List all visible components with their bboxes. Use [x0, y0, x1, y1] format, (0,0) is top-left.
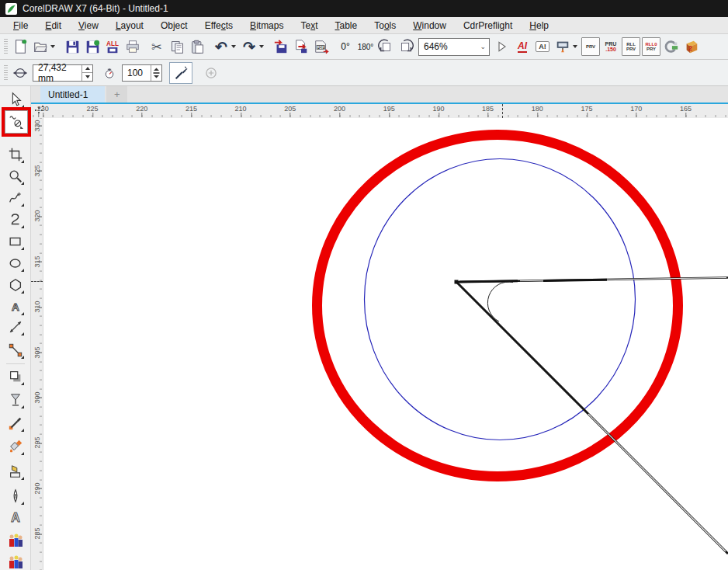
rate-combined-spinner[interactable]: [151, 65, 161, 81]
menu-effects[interactable]: Effects: [196, 18, 241, 33]
text-tool[interactable]: A: [5, 297, 26, 317]
presentation-dropdown-arrow[interactable]: [573, 45, 577, 48]
cut-button[interactable]: ✂: [147, 36, 166, 57]
freehand-tool[interactable]: [5, 188, 26, 208]
menu-cdrpreflight[interactable]: CdrPreflight: [455, 18, 521, 33]
save-as-button[interactable]: [83, 36, 102, 57]
macro-col-tool[interactable]: COL: [5, 565, 26, 570]
publish-comment-button[interactable]: A!: [533, 36, 552, 57]
undo-dropdown-arrow[interactable]: [231, 45, 236, 48]
bubble-label: A!: [539, 43, 546, 50]
transparency-tool[interactable]: [5, 390, 26, 410]
nib-size-spin-down[interactable]: [82, 72, 92, 81]
nib-size-icon: [11, 63, 29, 83]
new-document-button[interactable]: [11, 36, 29, 57]
menu-tools[interactable]: Tools: [366, 18, 404, 33]
open-button[interactable]: [31, 36, 50, 57]
toolbar-grip[interactable]: [4, 39, 8, 54]
vruler-number-300: 300: [33, 391, 41, 403]
new-tab-button[interactable]: +: [106, 86, 127, 103]
undo-icon: ↶: [215, 40, 227, 54]
gms-macro-button[interactable]: [662, 36, 681, 57]
menu-window[interactable]: Window: [404, 18, 455, 33]
publish-pdf-button[interactable]: PDF: [312, 36, 331, 57]
polygon-tool[interactable]: [5, 275, 26, 295]
rll-prv-macro-button[interactable]: RLL PRV: [622, 36, 640, 57]
open-dropdown-arrow[interactable]: [50, 45, 55, 48]
export-ai-button[interactable]: AI: [513, 36, 532, 57]
dimension-tool[interactable]: [5, 317, 26, 337]
rotation-angle-label: 0°: [341, 41, 349, 52]
redo-icon: ↷: [243, 40, 255, 54]
undo-button[interactable]: ↶: [212, 36, 231, 57]
export-button[interactable]: [292, 36, 310, 57]
copy-button[interactable]: [168, 36, 186, 57]
connector-tool[interactable]: [5, 340, 26, 360]
pen-pressure-button[interactable]: [169, 62, 192, 84]
property-bar: 27,432 mm 100: [0, 60, 728, 86]
ellipse-tool[interactable]: [5, 253, 26, 273]
rectangle-tool[interactable]: [5, 231, 26, 252]
redo-button[interactable]: ↷: [240, 36, 258, 57]
fill-tool[interactable]: A: [5, 508, 26, 528]
vruler-number-290: 290: [33, 482, 41, 494]
artistic-media-tool[interactable]: [5, 210, 26, 230]
rotation-angle-button[interactable]: 0°: [336, 36, 355, 57]
pru-150-macro-button[interactable]: PRU .150: [601, 36, 620, 57]
rate-value: 100: [123, 65, 151, 81]
crop-tool[interactable]: [5, 144, 26, 165]
smart-fill-tool[interactable]: [5, 461, 26, 481]
menu-view[interactable]: View: [70, 18, 107, 33]
redo-dropdown-arrow[interactable]: [259, 45, 264, 48]
menu-layout[interactable]: Layout: [107, 18, 152, 33]
toolbox-divider: [6, 363, 25, 364]
title-bar: CorelDRAW X7 (64-Bit) - Untitled-1: [0, 0, 728, 17]
rate-icon: [100, 63, 119, 83]
print-button[interactable]: [123, 36, 142, 57]
import-button[interactable]: [272, 36, 290, 57]
rotate-ccw-button[interactable]: [376, 36, 395, 57]
plus-icon: +: [114, 89, 120, 100]
nib-size-spinner[interactable]: [81, 65, 92, 81]
menu-edit[interactable]: Edit: [36, 18, 70, 33]
rate-field[interactable]: 100: [122, 64, 162, 82]
drawing-canvas[interactable]: [43, 118, 728, 570]
launch-button[interactable]: [493, 36, 511, 57]
pen-nib-icon: [8, 488, 23, 504]
macro-people-tool-1[interactable]: [5, 531, 26, 551]
save-all-button[interactable]: ALL: [103, 36, 122, 57]
color-eyedropper-tool[interactable]: [5, 413, 26, 433]
vruler-number-285: 285: [33, 528, 41, 540]
zoom-level-combobox[interactable]: 646% ⌄: [418, 38, 490, 56]
menu-file[interactable]: File: [5, 18, 36, 33]
rll-pry-icon: RLL0 PRY: [642, 37, 660, 56]
drop-shadow-tool[interactable]: [5, 367, 26, 387]
menu-object[interactable]: Object: [152, 18, 196, 33]
outline-pen-tool[interactable]: [5, 486, 26, 506]
menu-table[interactable]: Table: [327, 18, 366, 33]
pdf-label: PDF: [317, 45, 324, 50]
rotate-180-button[interactable]: 180°: [356, 36, 375, 57]
rotate-cw-button[interactable]: [397, 36, 415, 57]
vruler-number-310: 310: [33, 301, 41, 313]
rate-spinner[interactable]: [151, 65, 161, 81]
smooth-shape-tool[interactable]: [5, 110, 28, 134]
rll-pry-macro-button[interactable]: RLL0 PRY: [642, 36, 660, 57]
prv-macro-button[interactable]: PRV: [581, 36, 600, 57]
quick-customize-button[interactable]: [202, 63, 220, 83]
corel2-macro-button[interactable]: 2: [682, 36, 701, 57]
paste-button[interactable]: [188, 36, 206, 57]
menu-help[interactable]: Help: [521, 18, 557, 33]
vruler-number-325: 325: [33, 165, 41, 176]
menu-bitmaps[interactable]: Bitmaps: [241, 18, 292, 33]
document-tab-untitled-1[interactable]: Untitled-1: [40, 86, 105, 103]
presentation-button[interactable]: [553, 36, 572, 57]
nib-size-value: 27,432 mm: [33, 65, 81, 81]
save-button[interactable]: [63, 36, 81, 57]
interactive-fill-tool[interactable]: [5, 436, 26, 457]
menu-text[interactable]: Text: [292, 18, 326, 33]
nib-size-field[interactable]: 27,432 mm: [33, 64, 93, 82]
nib-size-spin-up[interactable]: [82, 65, 92, 73]
propbar-grip[interactable]: [4, 65, 8, 81]
zoom-tool[interactable]: [5, 166, 26, 186]
